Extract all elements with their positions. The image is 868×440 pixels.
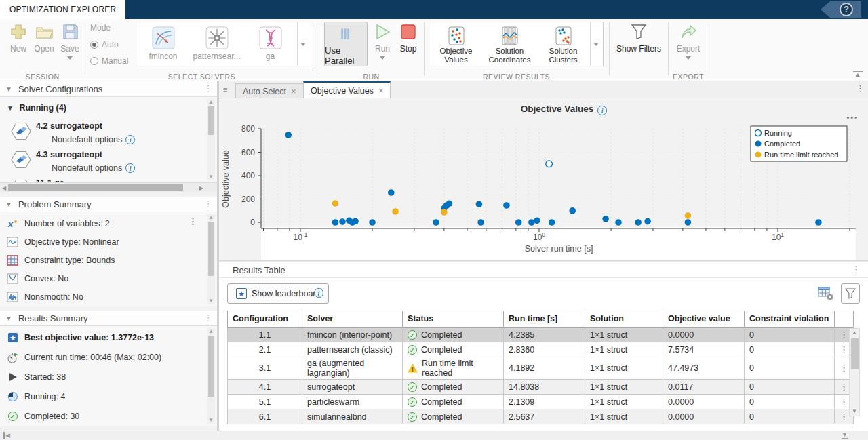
review-gallery-dropdown[interactable] <box>590 22 601 66</box>
cell-solution[interactable]: 1×1 struct <box>585 409 663 424</box>
tabbar-menu-icon[interactable] <box>856 85 864 93</box>
cell-objective-value[interactable]: 0.0000 <box>663 327 745 342</box>
cell-solution[interactable]: 1×1 struct <box>585 380 663 395</box>
tab-objective-values[interactable]: Objective Values <box>303 81 391 98</box>
save-button[interactable]: Save <box>58 23 81 60</box>
data-point-completed[interactable] <box>476 201 483 208</box>
scroll-down-icon[interactable] <box>207 417 215 424</box>
export-dropdown-caret[interactable] <box>686 56 691 60</box>
cell-solution[interactable]: 1×1 struct <box>585 342 663 357</box>
scroll-down-icon[interactable] <box>207 298 215 304</box>
open-button[interactable]: Open <box>31 23 57 54</box>
section-menu-icon[interactable] <box>203 200 212 208</box>
scroll-down-icon[interactable] <box>207 174 215 180</box>
results-table-header[interactable]: Results Table <box>219 262 868 278</box>
running-group-row[interactable]: Running (4) <box>7 103 66 113</box>
solver-configurations-header[interactable]: Solver Configurations <box>0 81 217 97</box>
new-button[interactable]: New <box>7 23 30 54</box>
data-point-completed[interactable] <box>503 202 510 209</box>
solver-config-item[interactable]: 4.3 surrogateopt Nondefault options <box>11 150 135 173</box>
data-point-completed[interactable] <box>615 219 622 226</box>
item-menu-icon[interactable] <box>189 218 197 226</box>
data-point-completed[interactable] <box>339 218 346 225</box>
col-constraint-violation[interactable]: Constraint violation <box>745 311 835 327</box>
cell-run-time[interactable]: 2.5637 <box>504 409 585 424</box>
cell-constraint-violation[interactable]: 0 <box>745 395 835 409</box>
minimize-ribbon-icon[interactable] <box>853 71 863 78</box>
scroll-up-icon[interactable] <box>850 329 859 337</box>
vertical-scrollbar[interactable] <box>207 328 215 424</box>
section-menu-icon[interactable] <box>203 314 212 322</box>
table-row[interactable]: 5.1particleswarmCompleted2.13091×1 struc… <box>228 395 854 409</box>
cell-constraint-violation[interactable]: 0 <box>745 342 835 357</box>
cell-solution[interactable]: 1×1 struct <box>585 327 663 342</box>
row-menu-icon[interactable] <box>840 329 848 340</box>
mode-auto-radio[interactable]: Auto <box>90 40 119 49</box>
use-parallel-toggle[interactable]: Use Parallel <box>324 22 368 66</box>
stop-button[interactable]: Stop <box>397 23 419 54</box>
row-menu-icon[interactable] <box>840 363 848 373</box>
data-point-run-time-limit-reached[interactable] <box>441 209 448 216</box>
section-menu-icon[interactable] <box>852 266 860 274</box>
cell-configuration[interactable]: 3.1 <box>228 357 302 380</box>
data-point-completed[interactable] <box>285 132 292 138</box>
data-point-run-time-limit-reached[interactable] <box>685 212 692 219</box>
scroll-up-icon[interactable] <box>207 99 215 106</box>
cell-objective-value[interactable]: 0.0000 <box>663 409 745 424</box>
cell-solver[interactable]: patternsearch (classic) <box>302 342 403 357</box>
export-button[interactable]: Export <box>673 23 704 60</box>
data-point-completed[interactable] <box>433 219 439 226</box>
scrollbar-thumb[interactable] <box>208 222 214 276</box>
cell-status[interactable]: Completed <box>403 409 504 424</box>
section-menu-icon[interactable] <box>203 85 212 93</box>
cell-configuration[interactable]: 6.1 <box>228 409 302 424</box>
cell-status[interactable]: Completed <box>403 380 504 395</box>
collapse-group-icon[interactable] <box>7 104 14 112</box>
cell-constraint-violation[interactable]: 0 <box>745 409 835 424</box>
data-point-run-time-limit-reached[interactable] <box>392 208 399 215</box>
objective-values-button[interactable]: ObjectiveValues <box>429 22 483 66</box>
data-point-completed[interactable] <box>815 219 822 226</box>
data-point-completed[interactable] <box>388 189 395 196</box>
cell-status[interactable]: Run time limit reached <box>403 357 504 380</box>
cell-solver[interactable]: particleswarm <box>302 395 403 409</box>
cell-run-time[interactable]: 2.1309 <box>504 395 585 409</box>
data-point-completed[interactable] <box>549 219 555 226</box>
run-dropdown-caret[interactable] <box>380 56 385 60</box>
table-vertical-scrollbar[interactable] <box>849 328 860 416</box>
row-menu-icon[interactable] <box>840 397 848 407</box>
data-point-completed[interactable] <box>369 219 376 226</box>
cell-solver[interactable]: surrogateopt <box>302 380 403 395</box>
cell-configuration[interactable]: 1.1 <box>228 327 302 342</box>
scroll-up-icon[interactable] <box>207 328 215 335</box>
cell-run-time[interactable]: 4.2385 <box>504 327 585 342</box>
info-icon[interactable] <box>125 163 135 173</box>
show-filters-button[interactable]: Show Filters <box>614 23 664 54</box>
col-configuration[interactable]: Configuration <box>228 311 302 327</box>
cell-constraint-violation[interactable]: 0 <box>745 380 835 395</box>
cell-objective-value[interactable]: 7.5734 <box>663 342 745 357</box>
cell-objective-value[interactable]: 0.0000 <box>663 395 745 409</box>
app-ribbon-tab[interactable]: OPTIMIZATION EXPLORER <box>0 0 125 19</box>
cell-solution[interactable]: 1×1 struct <box>585 395 663 409</box>
data-point-completed[interactable] <box>352 218 359 225</box>
row-menu-icon[interactable] <box>840 382 848 392</box>
scroll-left-icon[interactable] <box>2 184 6 192</box>
scrollbar-thumb[interactable] <box>208 336 214 397</box>
solver-config-item[interactable]: 4.2 surrogateopt Nondefault options <box>11 121 135 144</box>
mode-manual-radio[interactable]: Manual <box>90 56 128 66</box>
solution-coordinates-button[interactable]: SolutionCoordinates <box>483 22 536 66</box>
collapse-section-icon[interactable] <box>5 85 12 93</box>
cell-solver[interactable]: fmincon (interior-point) <box>302 327 403 342</box>
scroll-down-icon[interactable] <box>850 407 859 416</box>
cell-objective-value[interactable]: 47.4973 <box>663 357 745 380</box>
data-point-run-time-limit-reached[interactable] <box>332 200 339 207</box>
data-point-completed[interactable] <box>477 219 484 226</box>
table-settings-button[interactable] <box>816 283 835 304</box>
cell-status[interactable]: Completed <box>403 395 504 409</box>
cell-objective-value[interactable]: 0.0117 <box>663 380 745 395</box>
chart-info-icon[interactable] <box>597 106 607 115</box>
close-tab-icon[interactable] <box>291 88 296 95</box>
vertical-scrollbar[interactable] <box>207 99 215 180</box>
data-point-completed[interactable] <box>515 219 522 226</box>
